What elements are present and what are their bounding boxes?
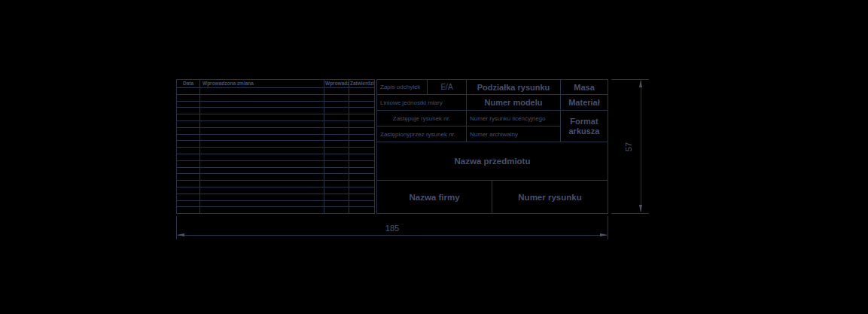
revision-cell-change <box>200 135 324 141</box>
revision-cell-data <box>177 141 200 147</box>
revision-cell-approved-by <box>349 128 374 134</box>
revision-cell-change <box>200 121 324 127</box>
revision-row <box>177 127 374 134</box>
revision-header-data: Data <box>177 80 200 87</box>
revision-cell-data <box>177 121 200 127</box>
revision-row <box>177 94 374 101</box>
revision-cell-approved-by <box>349 88 374 94</box>
revision-row <box>177 167 374 174</box>
revision-cell-change <box>200 174 324 180</box>
revision-cell-change <box>200 161 324 167</box>
revision-cell-change <box>200 128 324 134</box>
revision-cell-data <box>177 187 200 194</box>
linear-units-label: Liniowe jednostki miary <box>377 95 467 111</box>
revision-cell-introduced-by <box>324 95 349 101</box>
revision-cell-approved-by <box>349 187 374 194</box>
revision-row <box>177 87 374 94</box>
revision-cell-data <box>177 174 200 180</box>
revision-row <box>177 134 374 141</box>
revision-row <box>177 173 374 180</box>
revision-cell-change <box>200 154 324 160</box>
revision-row <box>177 194 374 200</box>
revision-cell-data <box>177 88 200 94</box>
width-dim-value: 185 <box>177 224 608 233</box>
revision-cell-approved-by <box>349 95 374 101</box>
width-dim-extension-right <box>608 216 608 239</box>
revision-cell-data <box>177 114 200 120</box>
revision-cell-data <box>177 102 200 108</box>
height-dim-extension-top <box>611 79 649 80</box>
revision-cell-introduced-by <box>324 168 349 174</box>
revision-cell-introduced-by <box>324 114 349 120</box>
replaced-by-drawing-label: Zastępionyprzez rysunek nr. <box>377 127 467 142</box>
revision-cell-approved-by <box>349 168 374 174</box>
revision-cell-introduced-by <box>324 128 349 134</box>
revision-table-rows <box>177 87 374 213</box>
height-dim-extension-bottom <box>611 213 649 214</box>
revision-row <box>177 114 374 120</box>
revision-cell-approved-by <box>349 201 374 207</box>
height-dim-line <box>641 81 641 212</box>
revision-cell-approved-by <box>349 181 374 187</box>
deviation-record-label: Zapis odchyłek <box>377 80 428 95</box>
revision-cell-change <box>200 181 324 187</box>
revision-cell-introduced-by <box>324 161 349 167</box>
revision-cell-approved-by <box>349 108 374 114</box>
revision-cell-data <box>177 168 200 174</box>
revision-row <box>177 200 374 207</box>
revision-row <box>177 147 374 154</box>
revision-cell-data <box>177 95 200 101</box>
revision-header-introduced-by: Wprowadził <box>324 80 349 87</box>
archive-number-label: Numer archiwalny <box>467 127 561 142</box>
height-dim-arrow-bottom <box>639 205 642 212</box>
width-dim-line <box>178 235 607 236</box>
title-block-bottom-row: Nazwa firmy Numer rysunku <box>377 181 608 213</box>
revision-row <box>177 154 374 160</box>
revision-cell-data <box>177 108 200 114</box>
revision-cell-introduced-by <box>324 201 349 207</box>
revision-cell-change <box>200 88 324 94</box>
revision-cell-introduced-by <box>324 141 349 147</box>
revision-cell-introduced-by <box>324 187 349 194</box>
revision-cell-change <box>200 187 324 194</box>
width-dim-arrow-left <box>177 233 184 236</box>
revision-cell-data <box>177 161 200 167</box>
revision-cell-data <box>177 148 200 154</box>
revision-cell-change <box>200 141 324 147</box>
revision-row <box>177 120 374 127</box>
drawing-scale-label: Podziałka rysunku <box>467 80 561 95</box>
revision-cell-change <box>200 207 324 213</box>
revision-cell-introduced-by <box>324 148 349 154</box>
revision-cell-approved-by <box>349 114 374 120</box>
revision-cell-change <box>200 108 324 114</box>
revision-cell-approved-by <box>349 174 374 180</box>
revision-cell-approved-by <box>349 141 374 147</box>
revision-row <box>177 160 374 167</box>
height-dim-value: 57 <box>624 142 633 151</box>
revision-cell-approved-by <box>349 121 374 127</box>
revision-cell-approved-by <box>349 154 374 160</box>
revision-cell-introduced-by <box>324 174 349 180</box>
revision-cell-approved-by <box>349 102 374 108</box>
revision-cell-data <box>177 135 200 141</box>
revision-row <box>177 107 374 114</box>
revision-cell-data <box>177 201 200 207</box>
revision-row <box>177 101 374 108</box>
sheet-format-label: Format arkusza <box>561 111 608 142</box>
revision-table: Data Wprowadzona zmiana Wprowadził Zatwi… <box>176 79 375 214</box>
revision-cell-change <box>200 95 324 101</box>
revision-cell-introduced-by <box>324 207 349 213</box>
revision-cell-introduced-by <box>324 154 349 160</box>
revision-cell-approved-by <box>349 207 374 213</box>
width-dim-arrow-right <box>600 233 608 236</box>
company-name-label: Nazwa firmy <box>377 181 492 213</box>
drawing-number-label: Numer rysunku <box>492 181 608 213</box>
revision-cell-introduced-by <box>324 135 349 141</box>
model-number-label: Numer modelu <box>467 95 561 111</box>
revision-cell-introduced-by <box>324 102 349 108</box>
revision-cell-introduced-by <box>324 88 349 94</box>
revision-row <box>177 140 374 147</box>
material-label: Materiał <box>561 95 608 111</box>
revision-cell-approved-by <box>349 135 374 141</box>
revision-cell-introduced-by <box>324 194 349 200</box>
